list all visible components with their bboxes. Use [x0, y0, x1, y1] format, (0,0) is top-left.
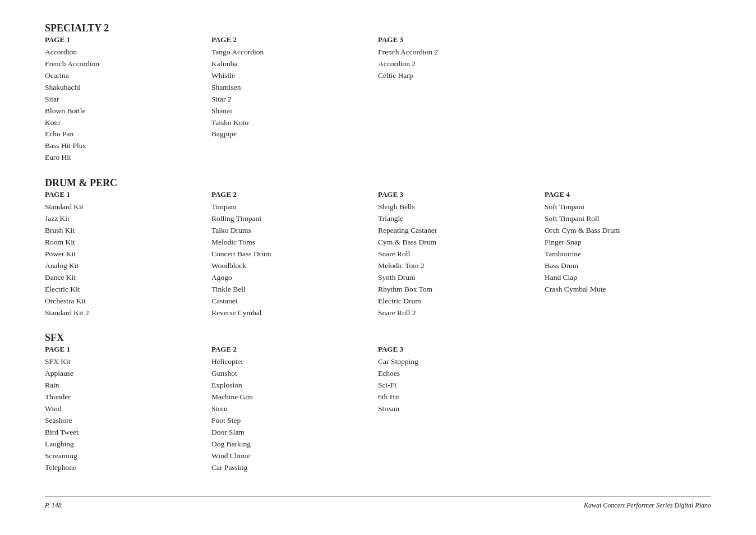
section-sfx: SFXPAGE 1SFX KitApplauseRainThunderWindS… — [45, 332, 711, 473]
list-item: Tinkle Bell — [211, 284, 372, 296]
list-item: Wind Chime — [211, 450, 372, 462]
list-item: Analog Kit — [45, 260, 206, 272]
list-item: Cym & Bass Drum — [378, 237, 539, 248]
instrument-list: Sleigh BellsTriangleRepeating CastanetCy… — [378, 201, 539, 319]
columns-wrapper: PAGE 1AccordionFrench AccordionOcarinaSh… — [45, 35, 711, 164]
list-item: Synth Drum — [378, 272, 539, 284]
page-label: PAGE 3 — [378, 35, 539, 44]
instrument-list: AccordionFrench AccordionOcarinaShakuhac… — [45, 47, 206, 164]
page-number: P. 148 — [45, 501, 62, 510]
col-page-4 — [545, 35, 711, 164]
list-item: Taisho Koto — [211, 117, 372, 129]
list-item: Agogo — [211, 272, 372, 284]
col-page-3: PAGE 3Car StoppingEchoesSci-Fi6th HitStr… — [378, 345, 545, 473]
columns-wrapper: PAGE 1Standard KitJazz KitBrush KitRoom … — [45, 190, 711, 319]
list-item: Koto — [45, 117, 206, 129]
list-item: Echo Pan — [45, 128, 206, 140]
list-item: Applause — [45, 368, 206, 380]
list-item: Seashore — [45, 415, 206, 427]
page-content: SPECIALTY 2PAGE 1AccordionFrench Accordi… — [45, 22, 711, 510]
list-item: Dog Barking — [211, 439, 372, 450]
col-page-2: PAGE 2Tango AccordionKalimbaWhistleShami… — [211, 35, 378, 164]
page-label: PAGE 4 — [545, 190, 706, 199]
list-item: Stream — [378, 403, 539, 415]
list-item: Crash Cymbal Mute — [545, 284, 706, 296]
instrument-list: French Accordion 2Accordion 2Celtic Harp — [378, 47, 539, 82]
list-item: French Accordion 2 — [378, 47, 539, 58]
list-item: Blown Bottle — [45, 105, 206, 117]
instrument-list: TimpaniRolling TimpaniTaiko DrumsMelodic… — [211, 201, 372, 319]
list-item: Snare Roll — [378, 248, 539, 260]
list-item: Woodblock — [211, 260, 372, 272]
list-item: Orchestra Kit — [45, 296, 206, 307]
list-item: Telephone — [45, 462, 206, 474]
list-item: Sitar 2 — [211, 94, 372, 105]
list-item: Celtic Harp — [378, 70, 539, 82]
list-item: Accordion — [45, 47, 206, 58]
list-item: Electric Drum — [378, 296, 539, 307]
list-item: Door Slam — [211, 427, 372, 439]
page-label: PAGE 3 — [378, 190, 539, 199]
list-item: Shakuhachi — [45, 82, 206, 94]
list-item: Thunder — [45, 391, 206, 403]
list-item: Finger Snap — [545, 237, 706, 248]
list-item: Hand Clap — [545, 272, 706, 284]
list-item: Reverse Cymbal — [211, 307, 372, 319]
list-item: Tambourine — [545, 248, 706, 260]
list-item: Foot Step — [211, 415, 372, 427]
list-item: Shanai — [211, 105, 372, 117]
list-item: Machine Gun — [211, 391, 372, 403]
section-specialty-2: SPECIALTY 2PAGE 1AccordionFrench Accordi… — [45, 22, 711, 164]
list-item: Kalimba — [211, 58, 372, 70]
col-page-4: PAGE 4Soft TimpaniSoft Timpani RollOrch … — [545, 190, 711, 319]
list-item: French Accordion — [45, 58, 206, 70]
list-item: Snare Roll 2 — [378, 307, 539, 319]
list-item: Wind — [45, 403, 206, 415]
col-page-3: PAGE 3Sleigh BellsTriangleRepeating Cast… — [378, 190, 545, 319]
list-item: Ocarina — [45, 70, 206, 82]
list-item: Car Passing — [211, 462, 372, 474]
col-page-2: PAGE 2TimpaniRolling TimpaniTaiko DrumsM… — [211, 190, 378, 319]
list-item: Dance Kit — [45, 272, 206, 284]
list-item: Castanet — [211, 296, 372, 307]
list-item: Sleigh Bells — [378, 201, 539, 213]
instrument-list: Car StoppingEchoesSci-Fi6th HitStream — [378, 356, 539, 415]
list-item: Concert Bass Drum — [211, 248, 372, 260]
col-page-2: PAGE 2HelicopterGunshotExplosionMachine … — [211, 345, 378, 473]
footer: P. 148 Kawai Concert Performer Series Di… — [45, 496, 711, 510]
list-item: Helicopter — [211, 356, 372, 368]
col-page-1: PAGE 1SFX KitApplauseRainThunderWindSeas… — [45, 345, 211, 473]
page-label: PAGE 1 — [45, 190, 206, 199]
section-drum---perc: DRUM & PERCPAGE 1Standard KitJazz KitBru… — [45, 177, 711, 319]
list-item: Room Kit — [45, 237, 206, 248]
list-item: Siren — [211, 403, 372, 415]
col-page-3: PAGE 3French Accordion 2Accordion 2Celti… — [378, 35, 545, 164]
instrument-list: HelicopterGunshotExplosionMachine GunSir… — [211, 356, 372, 473]
page-label: PAGE 1 — [45, 345, 206, 354]
list-item: Bagpipe — [211, 128, 372, 140]
list-item: Explosion — [211, 380, 372, 391]
list-item: Melodic Tom 2 — [378, 260, 539, 272]
page-label: PAGE 3 — [378, 345, 539, 354]
page-label: PAGE 2 — [211, 190, 372, 199]
list-item: Taiko Drums — [211, 225, 372, 237]
list-item: Laughing — [45, 439, 206, 450]
list-item: Bass Hit Plus — [45, 140, 206, 152]
columns-wrapper: PAGE 1SFX KitApplauseRainThunderWindSeas… — [45, 345, 711, 473]
list-item: Gunshot — [211, 368, 372, 380]
brand: Kawai Concert Performer Series Digital P… — [584, 501, 711, 510]
instrument-list: Standard KitJazz KitBrush KitRoom KitPow… — [45, 201, 206, 319]
list-item: Standard Kit — [45, 201, 206, 213]
list-item: 6th Hit — [378, 391, 539, 403]
section-title: SPECIALTY 2 — [45, 22, 711, 34]
list-item: SFX Kit — [45, 356, 206, 368]
list-item: Bird Tweet — [45, 427, 206, 439]
list-item: Electric Kit — [45, 284, 206, 296]
list-item: Soft Timpani — [545, 201, 706, 213]
list-item: Accordion 2 — [378, 58, 539, 70]
list-item: Car Stopping — [378, 356, 539, 368]
instrument-list: Soft TimpaniSoft Timpani RollOrch Cym & … — [545, 201, 706, 295]
page-label: PAGE 2 — [211, 35, 372, 44]
section-title: DRUM & PERC — [45, 177, 711, 189]
col-page-1: PAGE 1Standard KitJazz KitBrush KitRoom … — [45, 190, 211, 319]
